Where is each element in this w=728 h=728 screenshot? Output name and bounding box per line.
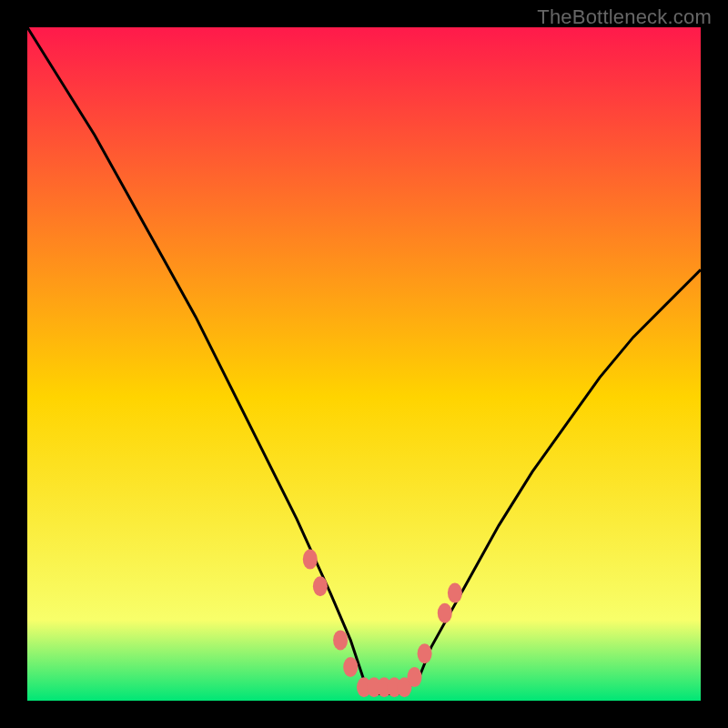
data-marker <box>303 550 318 570</box>
data-marker <box>333 630 348 650</box>
watermark-text: TheBottleneck.com <box>537 5 712 29</box>
data-marker <box>438 603 452 623</box>
data-marker <box>418 643 432 663</box>
gradient-background <box>27 27 701 701</box>
plot-area <box>27 27 701 701</box>
data-marker <box>343 657 358 677</box>
data-marker <box>313 576 328 596</box>
data-marker <box>408 667 422 687</box>
data-marker <box>448 583 462 603</box>
chart-svg <box>27 27 701 701</box>
chart-frame: TheBottleneck.com <box>0 0 728 728</box>
